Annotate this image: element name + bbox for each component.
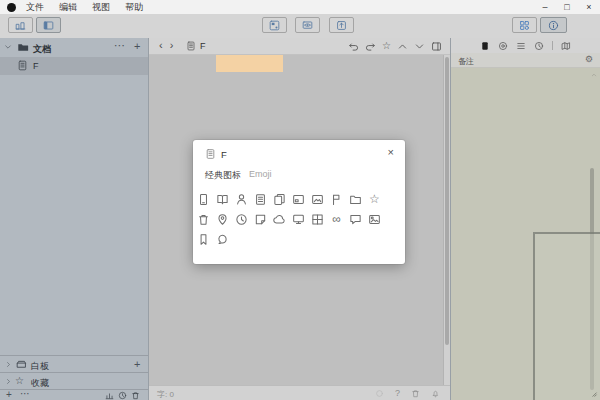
monitor-icon[interactable] (289, 209, 308, 229)
menu-help[interactable]: 帮助 (125, 0, 143, 14)
notes-settings-gear-icon[interactable]: ⚙ (585, 54, 593, 64)
sidebar-documents-header[interactable]: 文档 ⋯ + (0, 38, 148, 57)
cloud-icon[interactable] (270, 209, 289, 229)
chevron-right-icon[interactable] (5, 361, 12, 368)
minimize-button[interactable]: – (534, 0, 556, 14)
infinity-icon[interactable]: ∞ (327, 209, 346, 229)
camera-tab-icon[interactable] (498, 41, 508, 51)
main-scrollbar[interactable] (443, 55, 450, 385)
modal-close-icon[interactable]: × (388, 146, 394, 158)
clock-tab-icon[interactable] (534, 41, 544, 51)
trash-icon[interactable] (131, 391, 140, 400)
note-tab-icon[interactable] (480, 41, 490, 51)
notes-inner-box (533, 232, 600, 400)
theme-circle-icon[interactable] (375, 389, 384, 398)
folder-icon[interactable] (346, 189, 365, 209)
table-grid-icon[interactable] (308, 209, 327, 229)
files-icon[interactable] (270, 189, 289, 209)
sidebar-toggle-button[interactable] (36, 17, 61, 33)
mobile-icon[interactable] (194, 189, 213, 209)
image-mountain-icon[interactable] (308, 189, 327, 209)
documents-add-button[interactable]: + (134, 40, 140, 52)
notes-title: 备注 (458, 56, 474, 67)
sidebar-section-whiteboard[interactable]: 白板 + (0, 355, 148, 373)
top-toolbar (0, 14, 600, 39)
modal-title: F (221, 149, 227, 160)
main-scrollbar-thumb[interactable] (445, 57, 449, 345)
photo-card-icon[interactable] (365, 209, 384, 229)
documents-more-button[interactable]: ⋯ (114, 39, 125, 52)
icon-picker-modal: F × 经典图标 Emoji ☆∞ (193, 140, 405, 264)
file-text-icon[interactable] (251, 189, 270, 209)
notes-body[interactable] (451, 68, 600, 400)
list-tab-icon[interactable] (516, 41, 526, 51)
document-icon (186, 41, 196, 51)
clock-icon[interactable] (232, 209, 251, 229)
info-panel-button[interactable] (540, 17, 567, 33)
apps-grid-icon (519, 20, 530, 31)
library-button[interactable] (8, 17, 33, 33)
menu-edit[interactable]: 编辑 (59, 0, 77, 14)
app-logo-icon[interactable] (7, 3, 16, 12)
favorite-star-icon[interactable]: ☆ (382, 40, 391, 52)
whiteboard-add-button[interactable]: + (134, 358, 140, 370)
menu-view[interactable]: 视图 (92, 0, 110, 14)
thought-bubble-icon[interactable] (213, 229, 232, 249)
presentation-icon (302, 20, 313, 31)
footer-add-button[interactable]: + (6, 389, 12, 400)
book-open-icon[interactable] (213, 189, 232, 209)
chevron-down-icon[interactable] (4, 43, 12, 51)
sidebar-item-document-f[interactable]: F (0, 57, 148, 75)
presentation-button[interactable] (295, 17, 320, 33)
library-icon (15, 20, 26, 31)
sticky-note-icon[interactable] (251, 209, 270, 229)
comment-icon[interactable] (346, 209, 365, 229)
panel-toggle-icon[interactable] (431, 41, 442, 52)
document-icon (17, 60, 28, 71)
bookmark-icon[interactable] (194, 229, 213, 249)
mindmap-view-button[interactable] (262, 17, 287, 33)
info-icon (548, 20, 559, 31)
nav-forward-button[interactable]: › (170, 39, 174, 51)
expand-icon[interactable] (414, 41, 425, 52)
window-controls: – □ × (534, 0, 600, 14)
help-icon[interactable]: ? (395, 388, 400, 398)
star-icon[interactable]: ☆ (365, 189, 384, 209)
nav-back-button[interactable]: ‹ (159, 39, 163, 51)
share-upload-button[interactable] (329, 17, 354, 33)
tab-emoji[interactable]: Emoji (249, 169, 272, 179)
bell-icon[interactable] (431, 389, 440, 398)
history-icon[interactable] (118, 391, 127, 400)
menu-file[interactable]: 文件 (26, 0, 44, 14)
selected-node-highlight[interactable] (216, 55, 283, 72)
chevron-right-icon[interactable] (5, 378, 12, 385)
footer-more-button[interactable]: ⋯ (20, 388, 30, 399)
document-item-label: F (33, 61, 39, 71)
document-toolbar: ‹ › F ☆ (149, 38, 450, 55)
notes-header: 备注 ⚙ (451, 53, 600, 68)
user-icon[interactable] (232, 189, 251, 209)
trash-icon[interactable] (194, 209, 213, 229)
collapse-icon[interactable] (397, 41, 408, 52)
delete-icon[interactable] (411, 389, 420, 398)
sidebar: 文档 ⋯ + F 白板 + ☆ 收藏 + ⋯ (0, 38, 149, 400)
app-window: 文件 编辑 视图 帮助 – □ × 文档 ⋯ + F (0, 0, 600, 400)
document-icon (205, 148, 216, 160)
resize-grip-icon[interactable] (590, 390, 598, 398)
map-tab-icon[interactable] (561, 41, 571, 51)
map-pin-icon[interactable] (213, 209, 232, 229)
apps-grid-button[interactable] (512, 17, 537, 33)
tab-classic-icons[interactable]: 经典图标 (205, 169, 241, 182)
redo-icon[interactable] (365, 41, 376, 52)
image-card-icon[interactable] (289, 189, 308, 209)
sidebar-layout-icon (43, 20, 54, 31)
undo-icon[interactable] (348, 41, 359, 52)
stats-icon[interactable] (105, 391, 114, 400)
maximize-button[interactable]: □ (556, 0, 578, 14)
document-title: F (200, 41, 206, 51)
right-panel: 备注 ⚙ (450, 38, 600, 400)
upload-icon (336, 20, 347, 31)
flag-icon[interactable] (327, 189, 346, 209)
notes-scroll-up-icon[interactable] (591, 72, 597, 78)
close-button[interactable]: × (578, 0, 600, 14)
